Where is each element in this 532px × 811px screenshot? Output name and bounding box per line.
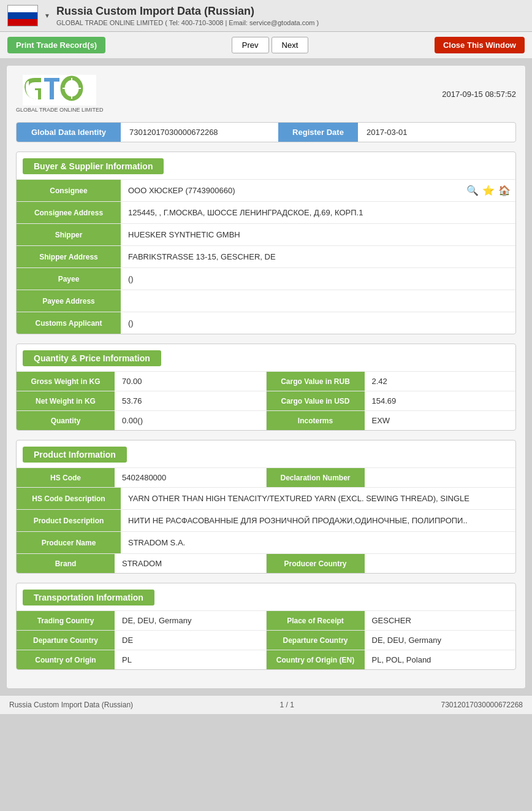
trading-country-half: Trading Country DE, DEU, Germany [17, 611, 266, 630]
main-content: GLOBAL TRADE ONLINE LIMITED 2017-09-15 0… [6, 65, 526, 689]
declaration-value [365, 468, 516, 487]
departure-country-row: Departure Country DE Departure Country D… [17, 630, 515, 650]
declaration-label: Declaration Number [267, 468, 365, 487]
country-origin-row: Country of Origin PL Country of Origin (… [17, 650, 515, 669]
shipper-label: Shipper [17, 224, 121, 245]
incoterms-value: EXW [365, 411, 516, 430]
trading-country-value: DE, DEU, Germany [115, 611, 266, 630]
shipper-value: HUESKER SYNTHETIC GMBH [121, 224, 515, 245]
place-of-receipt-half: Place of Receipt GESCHER [266, 611, 516, 630]
product-desc-row: Product Description НИТИ НЕ РАСФАСОВАННЫ… [17, 509, 515, 531]
flag-dropdown[interactable]: ▼ [44, 12, 50, 19]
quantity-label: Quantity [17, 411, 115, 430]
departure-country-half: Departure Country DE [17, 631, 266, 650]
prev-button[interactable]: Prev [232, 37, 269, 53]
producer-country-label: Producer Country [267, 554, 365, 573]
brand-half: Brand STRADOM [17, 554, 266, 573]
trading-country-label: Trading Country [17, 611, 115, 630]
cargo-rub-label: Cargo Value in RUB [267, 372, 365, 391]
producer-country-value [365, 554, 516, 573]
incoterms-label: Incoterms [267, 411, 365, 430]
payee-label: Payee [17, 268, 121, 290]
logo-company-name: GLOBAL TRADE ONLINE LIMITED [16, 107, 104, 113]
payee-address-value [121, 290, 515, 312]
cargo-usd-label: Cargo Value in USD [267, 391, 365, 410]
svg-rect-1 [44, 78, 59, 82]
departure-country2-label: Departure Country [267, 631, 365, 650]
nav-buttons: Prev Next [232, 37, 308, 53]
country-origin-label: Country of Origin [17, 650, 115, 669]
print-button[interactable]: Print Trade Record(s) [7, 37, 105, 53]
gto-logo [23, 75, 96, 106]
gross-weight-row: Gross Weight in KG 70.00 Cargo Value in … [17, 371, 515, 391]
country-origin-half: Country of Origin PL [17, 650, 266, 669]
shipper-row: Shipper HUESKER SYNTHETIC GMBH [17, 223, 515, 245]
net-weight-label: Net Weight in KG [17, 391, 115, 410]
brand-value: STRADOM [115, 554, 266, 573]
consignee-value: ООО ХЮСКЕР (7743900660) [121, 180, 462, 201]
country-origin-value: PL [115, 650, 266, 669]
star-icon[interactable]: ⭐ [482, 185, 495, 196]
page-footer: Russia Custom Import Data (Russian) 1 / … [0, 695, 532, 714]
net-weight-value: 53.76 [115, 391, 266, 410]
identity-label: Global Data Identity [17, 123, 121, 142]
customs-applicant-value: () [121, 312, 515, 334]
quantity-half: Quantity 0.00() [17, 411, 266, 430]
brand-row: Brand STRADOM Producer Country [17, 553, 515, 573]
transportation-section: Transportation Information Trading Count… [16, 583, 516, 670]
cargo-rub-value: 2.42 [365, 372, 516, 391]
home-icon[interactable]: 🏠 [498, 185, 511, 196]
departure-country2-value: DE, DEU, Germany [365, 631, 516, 650]
hs-desc-value: YARN OTHER THAN HIGH TENACITY/TEXTURED Y… [121, 488, 515, 509]
net-weight-half: Net Weight in KG 53.76 [17, 391, 266, 410]
customs-applicant-row: Customs Applicant () [17, 312, 515, 334]
cargo-usd-half: Cargo Value in USD 154.69 [266, 391, 516, 410]
hs-code-value: 5402480000 [115, 468, 266, 487]
product-desc-value: НИТИ НЕ РАСФАСОВАННЫЕ ДЛЯ РОЗНИЧНОЙ ПРОД… [121, 510, 515, 531]
footer-page: 1 / 1 [280, 701, 294, 709]
footer-record-id: 73012017030000672268 [441, 701, 523, 709]
identity-value: 73012017030000672268 [121, 123, 278, 142]
shipper-address-value: FABRIKSTRASSE 13-15, GESCHER, DE [121, 246, 515, 267]
payee-value: () [121, 268, 515, 290]
cargo-usd-value: 154.69 [365, 391, 516, 410]
logo-area: GLOBAL TRADE ONLINE LIMITED [16, 75, 104, 113]
top-bar: ▼ Russia Custom Import Data (Russian) GL… [0, 0, 532, 32]
toolbar: Print Trade Record(s) Prev Next Close Th… [0, 32, 532, 59]
product-title: Product Information [23, 447, 127, 463]
departure-country-label: Departure Country [17, 631, 115, 650]
net-weight-row: Net Weight in KG 53.76 Cargo Value in US… [17, 391, 515, 410]
payee-row: Payee () [17, 267, 515, 290]
country-origin-en-label: Country of Origin (EN) [267, 650, 365, 669]
trading-country-row: Trading Country DE, DEU, Germany Place o… [17, 610, 515, 630]
producer-name-value: STRADOM S.A. [121, 532, 515, 553]
russia-flag [7, 5, 38, 26]
app-subtitle: GLOBAL TRADE ONLINE LIMITED ( Tel: 400-7… [56, 19, 525, 26]
product-desc-label: Product Description [17, 510, 121, 531]
quantity-value: 0.00() [115, 411, 266, 430]
quantity-price-title: Quantity & Price Information [23, 350, 161, 366]
footer-title: Russia Custom Import Data (Russian) [9, 701, 133, 709]
declaration-half: Declaration Number [266, 468, 516, 487]
consignee-address-row: Consignee Address 125445, , Г.МОСКВА, ШО… [17, 201, 515, 223]
consignee-label: Consignee [17, 180, 121, 201]
shipper-address-label: Shipper Address [17, 246, 121, 267]
country-origin-en-half: Country of Origin (EN) PL, POL, Poland [266, 650, 516, 669]
consignee-icons: 🔍 ⭐ 🏠 [462, 180, 515, 201]
hs-code-label: HS Code [17, 468, 115, 487]
gross-weight-half: Gross Weight in KG 70.00 [17, 372, 266, 391]
hs-code-row: HS Code 5402480000 Declaration Number [17, 467, 515, 487]
buyer-supplier-section: Buyer & Supplier Information Consignee О… [16, 152, 516, 334]
place-of-receipt-label: Place of Receipt [267, 611, 365, 630]
producer-country-half: Producer Country [266, 554, 516, 573]
search-icon[interactable]: 🔍 [466, 185, 479, 196]
departure-country-value: DE [115, 631, 266, 650]
register-value: 2017-03-01 [358, 123, 515, 142]
gross-weight-value: 70.00 [115, 372, 266, 391]
consignee-address-label: Consignee Address [17, 202, 121, 223]
next-button[interactable]: Next [272, 37, 309, 53]
close-button[interactable]: Close This Window [435, 37, 525, 53]
gross-weight-label: Gross Weight in KG [17, 372, 115, 391]
payee-address-label: Payee Address [17, 290, 121, 312]
buyer-supplier-title: Buyer & Supplier Information [23, 158, 164, 174]
